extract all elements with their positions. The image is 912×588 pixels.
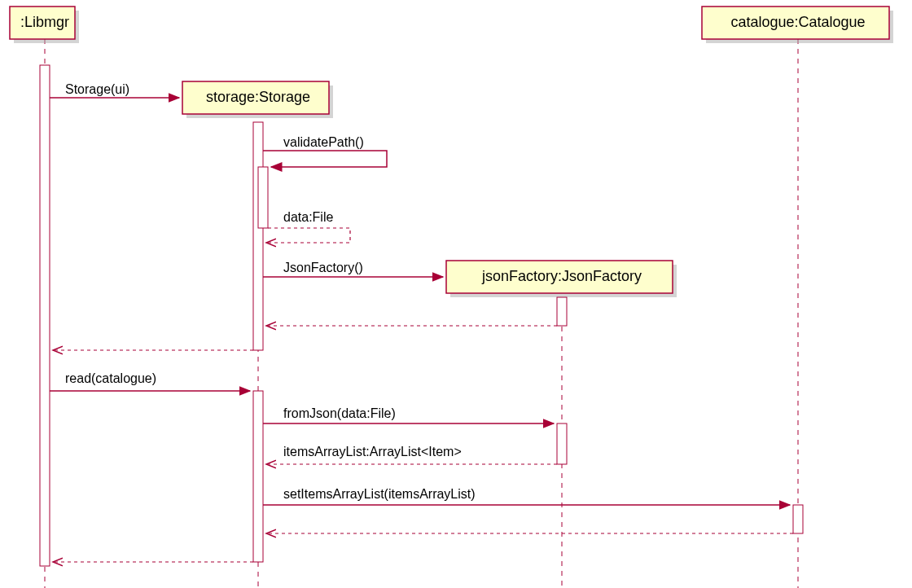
participant-libmgr-label: :Libmgr [20, 14, 69, 30]
message-read: read(catalogue) [65, 371, 156, 385]
message-validatepath: validatePath() [283, 135, 364, 149]
participant-storage-label: storage:Storage [206, 89, 310, 105]
activation-storage-1 [253, 122, 263, 350]
arrow-m2 [263, 151, 387, 167]
activation-jsonfactory-2 [557, 423, 567, 464]
participant-jsonfactory-label: jsonFactory:JsonFactory [481, 268, 642, 284]
message-fromjson: fromJson(data:File) [283, 406, 396, 420]
activation-catalogue [793, 505, 803, 533]
activation-jsonfactory-1 [557, 297, 567, 326]
sequence-diagram: :Libmgr catalogue:Catalogue storage:Stor… [0, 0, 912, 588]
message-storage-ui: Storage(ui) [65, 82, 129, 96]
activation-storage-self [258, 167, 268, 228]
activation-libmgr [40, 65, 50, 566]
message-datafile: data:File [283, 210, 333, 224]
message-setitems: setItemsArrayList(itemsArrayList) [283, 487, 476, 501]
message-jsonfactory: JsonFactory() [283, 261, 363, 274]
activation-storage-2 [253, 391, 263, 562]
participant-catalogue-label: catalogue:Catalogue [730, 14, 865, 30]
arrow-m3 [266, 228, 350, 243]
message-itemsarraylist: itemsArrayList:ArrayList<Item> [283, 445, 462, 459]
